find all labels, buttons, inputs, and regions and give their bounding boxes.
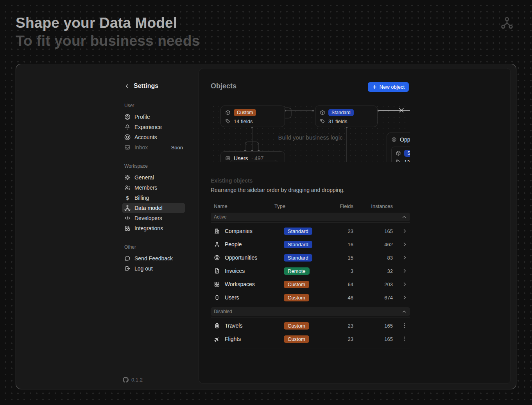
integrations-icon — [214, 281, 220, 287]
col-name: Name — [211, 203, 274, 209]
row-fields: 16 — [332, 242, 355, 247]
type-badge: Custom — [284, 322, 309, 330]
row-instances: 32 — [355, 268, 393, 274]
sidebar-item-data-model[interactable]: Data model — [122, 203, 185, 213]
integrations-icon — [124, 225, 131, 231]
type-badge: Standard — [404, 150, 410, 157]
chevron-right-icon[interactable] — [401, 268, 408, 274]
chevron-left-icon[interactable] — [124, 83, 130, 89]
diagram-nested-card — [229, 160, 278, 162]
table-row-opportunities[interactable]: OpportunitiesStandard1583 — [211, 251, 410, 264]
table-row-travels[interactable]: TravelsCustom23165 — [211, 319, 410, 332]
kebab-icon[interactable] — [401, 336, 408, 342]
chevron-right-icon[interactable] — [401, 294, 408, 301]
diagram-node-standard[interactable]: Standard 31 fields — [315, 106, 378, 127]
table-header: Name Type Fields Instances — [211, 200, 410, 212]
table-row-users[interactable]: UsersCustom46674 — [211, 291, 410, 304]
feedback-icon — [124, 255, 131, 262]
sidebar-item-label: Profile — [134, 114, 150, 120]
sidebar-item-trailing: Soon — [171, 145, 183, 151]
inbox-icon — [124, 144, 131, 151]
tag-icon — [396, 159, 401, 162]
type-badge: Custom — [284, 335, 309, 343]
sidebar-item-send-feedback[interactable]: Send Feedback — [122, 253, 185, 263]
row-fields: 64 — [332, 281, 355, 287]
row-name: Opportunities — [225, 254, 257, 261]
sidebar-item-label: Experience — [134, 124, 162, 130]
cube-icon — [320, 110, 325, 115]
type-badge: Custom — [284, 294, 309, 301]
divider — [211, 222, 410, 223]
row-instances: 165 — [355, 228, 393, 234]
table-row-flights[interactable]: FlightsCustom23165 — [211, 332, 410, 346]
table-row-people[interactable]: PeopleStandard16462 — [211, 238, 410, 251]
diagram-node-custom[interactable]: Custom 14 fields — [220, 106, 285, 127]
sidebar-item-label: Send Feedback — [134, 255, 173, 262]
fields-count: 31 fields — [328, 118, 347, 124]
sidebar-item-members[interactable]: Members — [122, 183, 185, 193]
cube-icon — [225, 110, 231, 115]
table-group-disabled[interactable]: Disabled — [211, 307, 410, 316]
sidebar-item-profile[interactable]: Profile — [122, 112, 185, 122]
table-row-companies[interactable]: CompaniesStandard23165 — [211, 224, 410, 238]
mouse-icon — [214, 294, 220, 301]
sidebar-item-experience[interactable]: Experience — [122, 122, 185, 132]
row-fields: 23 — [332, 336, 355, 342]
divider — [211, 317, 410, 317]
new-object-button[interactable]: New object — [368, 82, 409, 92]
settings-title: Settings — [134, 82, 158, 90]
tag-icon — [320, 118, 325, 124]
row-fields: 23 — [332, 323, 355, 329]
target-icon — [214, 254, 220, 261]
logout-icon — [124, 265, 131, 272]
table-group-active[interactable]: Active — [211, 213, 410, 221]
remove-edge-x-icon[interactable] — [399, 108, 404, 113]
row-instances: 203 — [355, 281, 393, 287]
chevron-right-icon[interactable] — [401, 241, 408, 247]
sidebar-item-general[interactable]: General — [122, 172, 185, 183]
hero: Shape your Data Model To fit your busine… — [16, 14, 200, 50]
sidebar-section-label: Workspace — [124, 163, 183, 169]
row-instances: 165 — [355, 336, 393, 342]
settings-header: Settings — [124, 82, 183, 90]
kebab-icon[interactable] — [401, 323, 408, 329]
sidebar-item-label: Accounts — [134, 134, 157, 140]
chevron-right-icon[interactable] — [401, 281, 408, 287]
svg-text:$: $ — [126, 195, 129, 201]
bell-icon — [124, 124, 131, 130]
sidebar-item-developers[interactable]: Developers — [122, 213, 185, 223]
new-object-label: New object — [380, 84, 405, 90]
chevron-right-icon[interactable] — [401, 228, 408, 234]
table-row-invoices[interactable]: InvoicesRemote332 — [211, 264, 410, 278]
page-subtitle: To fit your business needs — [16, 32, 200, 50]
person-icon — [214, 241, 220, 247]
sidebar-item-accounts[interactable]: Accounts — [122, 132, 185, 142]
row-fields: 3 — [332, 268, 355, 274]
row-name: People — [225, 241, 242, 247]
building-icon — [214, 228, 220, 234]
sidebar-item-label: General — [134, 174, 154, 181]
diagram-node-opportunities[interactable]: Opportunities Standard 12 fields — [387, 133, 410, 162]
type-badge: Standard — [284, 254, 312, 262]
settings-window: Settings UserProfileExperienceAccountsIn… — [16, 64, 516, 389]
fields-count: 12 fields — [404, 159, 410, 162]
chevron-up-icon[interactable] — [401, 309, 407, 314]
data-model-icon — [501, 16, 513, 30]
existing-objects-title: Existing objects — [211, 177, 253, 184]
sidebar-item-log-out[interactable]: Log out — [122, 263, 185, 274]
table-row-workspaces[interactable]: WorkspacesCustom64203 — [211, 278, 410, 291]
settings-sidebar: Settings UserProfileExperienceAccountsIn… — [124, 82, 183, 274]
row-fields: 46 — [332, 295, 355, 301]
sidebar-section-label: Other — [124, 244, 183, 250]
existing-objects-description: Rearrange the sidebar order by dragging … — [211, 187, 344, 193]
chevron-right-icon[interactable] — [401, 254, 408, 261]
billing-icon: $ — [124, 195, 131, 201]
diagram-hint: Build your business logic — [211, 134, 410, 141]
sidebar-item-label: Members — [134, 185, 157, 191]
row-name: Invoices — [225, 268, 245, 274]
chevron-up-icon[interactable] — [401, 214, 407, 220]
sidebar-item-integrations[interactable]: Integrations — [122, 223, 185, 233]
version-info[interactable]: 0.1.2 — [123, 377, 143, 383]
row-name: Workspaces — [225, 281, 255, 287]
sidebar-item-billing[interactable]: $Billing — [122, 193, 185, 203]
